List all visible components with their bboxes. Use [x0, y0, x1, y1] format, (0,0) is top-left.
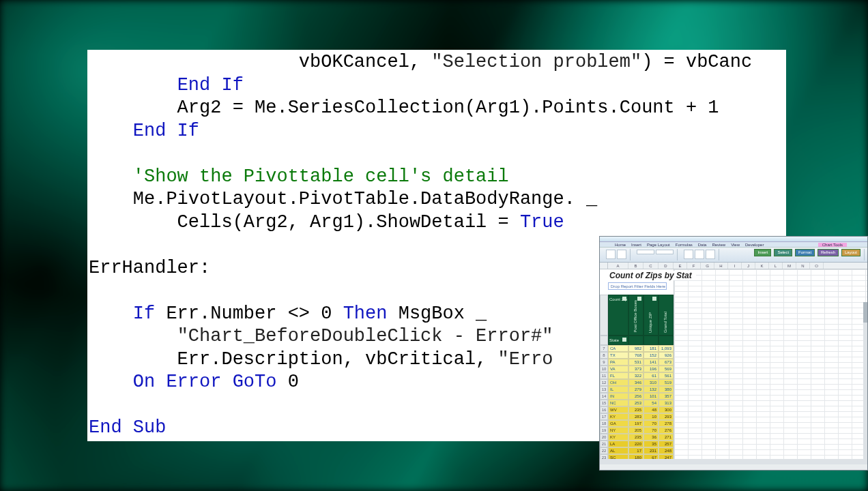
excel-empty-cells[interactable] [674, 269, 867, 464]
ribbon-button[interactable]: Insert [754, 249, 771, 256]
pivot-title[interactable]: Count of Zips by Stat [609, 271, 696, 280]
tab-home[interactable]: Home [615, 243, 626, 247]
ribbon-btn[interactable] [706, 250, 715, 259]
ribbon-box[interactable] [637, 250, 654, 254]
tab-pagelayout[interactable]: Page Layout [647, 243, 670, 247]
excel-grid[interactable]: Count of Zips by Stat Drop Report Filter… [600, 269, 867, 464]
ribbon-btn[interactable] [606, 250, 616, 259]
ribbon-box[interactable] [656, 250, 674, 254]
tab-formulas[interactable]: Formulas [676, 243, 693, 247]
vertical-scrollbar[interactable] [863, 302, 867, 459]
excel-column-headers[interactable]: A B C D E F G H I J K L M N O [600, 263, 867, 269]
ribbon-button[interactable]: Format [795, 249, 815, 256]
tab-data[interactable]: Data [698, 243, 707, 247]
tab-review[interactable]: Review [712, 243, 725, 247]
excel-tab-row[interactable]: Home Insert Page Layout Formulas Data Re… [600, 242, 867, 248]
ribbon-btn[interactable] [684, 250, 693, 259]
ribbon-button[interactable]: Select [774, 249, 792, 256]
ribbon-button[interactable]: Layout [841, 249, 860, 256]
excel-titlebar[interactable] [600, 237, 867, 242]
pivot-filter-drop[interactable]: Drop Report Filter Fields Here [608, 282, 667, 290]
ribbon-button[interactable]: Refresh [818, 249, 839, 256]
horizontal-scrollbar[interactable] [600, 459, 867, 464]
tab-charttools[interactable]: Chart Tools [818, 243, 847, 247]
tab-view[interactable]: View [731, 243, 740, 247]
ribbon-btn[interactable] [617, 250, 626, 259]
tab-insert[interactable]: Insert [631, 243, 641, 247]
ribbon-btn[interactable] [695, 250, 704, 259]
excel-window[interactable]: Home Insert Page Layout Formulas Data Re… [599, 236, 868, 471]
pivot-table[interactable]: Count ZipPost Office BoxesUnique ZIPGran… [600, 295, 674, 464]
excel-ribbon[interactable]: Insert Select Format Refresh Layout [600, 248, 867, 263]
tab-developer[interactable]: Developer [745, 243, 764, 247]
